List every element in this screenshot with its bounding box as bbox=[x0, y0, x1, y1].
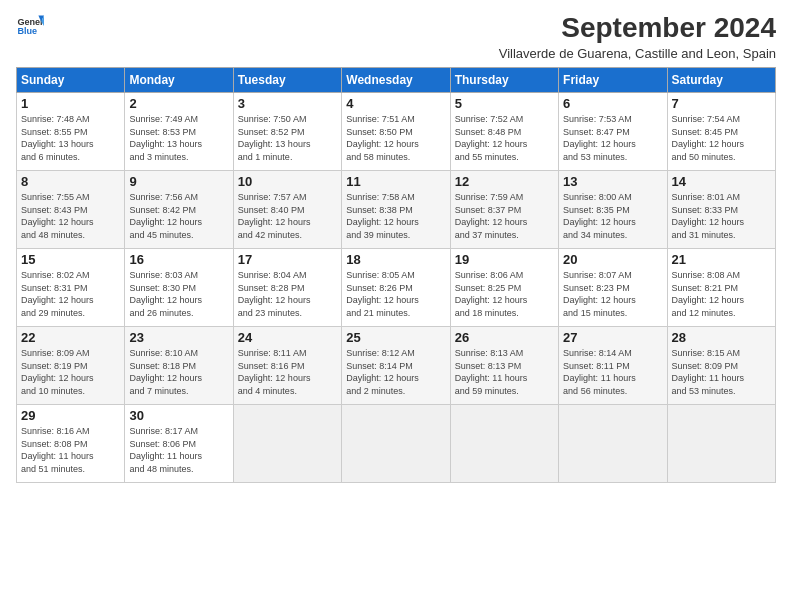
month-title: September 2024 bbox=[499, 12, 776, 44]
cell-info: Sunrise: 8:09 AMSunset: 8:19 PMDaylight:… bbox=[21, 348, 94, 396]
day-number: 30 bbox=[129, 408, 228, 423]
day-number: 13 bbox=[563, 174, 662, 189]
subtitle: Villaverde de Guarena, Castille and Leon… bbox=[499, 46, 776, 61]
table-row: 3 Sunrise: 7:50 AMSunset: 8:52 PMDayligh… bbox=[233, 93, 341, 171]
table-row: 27 Sunrise: 8:14 AMSunset: 8:11 PMDaylig… bbox=[559, 327, 667, 405]
table-row: 29 Sunrise: 8:16 AMSunset: 8:08 PMDaylig… bbox=[17, 405, 125, 483]
day-number: 23 bbox=[129, 330, 228, 345]
day-number: 24 bbox=[238, 330, 337, 345]
cell-info: Sunrise: 8:13 AMSunset: 8:13 PMDaylight:… bbox=[455, 348, 528, 396]
table-row: 16 Sunrise: 8:03 AMSunset: 8:30 PMDaylig… bbox=[125, 249, 233, 327]
calendar-week-5: 29 Sunrise: 8:16 AMSunset: 8:08 PMDaylig… bbox=[17, 405, 776, 483]
day-number: 19 bbox=[455, 252, 554, 267]
day-number: 16 bbox=[129, 252, 228, 267]
table-row: 4 Sunrise: 7:51 AMSunset: 8:50 PMDayligh… bbox=[342, 93, 450, 171]
logo-icon: General Blue bbox=[16, 12, 44, 40]
day-number: 14 bbox=[672, 174, 771, 189]
col-wednesday: Wednesday bbox=[342, 68, 450, 93]
cell-info: Sunrise: 8:11 AMSunset: 8:16 PMDaylight:… bbox=[238, 348, 311, 396]
cell-info: Sunrise: 8:15 AMSunset: 8:09 PMDaylight:… bbox=[672, 348, 745, 396]
svg-text:Blue: Blue bbox=[17, 26, 37, 36]
day-number: 18 bbox=[346, 252, 445, 267]
cell-info: Sunrise: 7:55 AMSunset: 8:43 PMDaylight:… bbox=[21, 192, 94, 240]
cell-info: Sunrise: 7:56 AMSunset: 8:42 PMDaylight:… bbox=[129, 192, 202, 240]
calendar-week-3: 15 Sunrise: 8:02 AMSunset: 8:31 PMDaylig… bbox=[17, 249, 776, 327]
table-row: 19 Sunrise: 8:06 AMSunset: 8:25 PMDaylig… bbox=[450, 249, 558, 327]
table-row: 5 Sunrise: 7:52 AMSunset: 8:48 PMDayligh… bbox=[450, 93, 558, 171]
day-number: 15 bbox=[21, 252, 120, 267]
day-number: 26 bbox=[455, 330, 554, 345]
page: General Blue September 2024 Villaverde d… bbox=[0, 0, 792, 612]
day-number: 29 bbox=[21, 408, 120, 423]
table-row: 14 Sunrise: 8:01 AMSunset: 8:33 PMDaylig… bbox=[667, 171, 775, 249]
table-row: 11 Sunrise: 7:58 AMSunset: 8:38 PMDaylig… bbox=[342, 171, 450, 249]
cell-info: Sunrise: 7:57 AMSunset: 8:40 PMDaylight:… bbox=[238, 192, 311, 240]
day-number: 20 bbox=[563, 252, 662, 267]
cell-info: Sunrise: 8:04 AMSunset: 8:28 PMDaylight:… bbox=[238, 270, 311, 318]
day-number: 7 bbox=[672, 96, 771, 111]
col-tuesday: Tuesday bbox=[233, 68, 341, 93]
header: General Blue September 2024 Villaverde d… bbox=[16, 12, 776, 61]
day-number: 27 bbox=[563, 330, 662, 345]
table-row: 9 Sunrise: 7:56 AMSunset: 8:42 PMDayligh… bbox=[125, 171, 233, 249]
table-row: 10 Sunrise: 7:57 AMSunset: 8:40 PMDaylig… bbox=[233, 171, 341, 249]
day-number: 17 bbox=[238, 252, 337, 267]
table-row: 21 Sunrise: 8:08 AMSunset: 8:21 PMDaylig… bbox=[667, 249, 775, 327]
logo: General Blue bbox=[16, 12, 44, 40]
title-block: September 2024 Villaverde de Guarena, Ca… bbox=[499, 12, 776, 61]
day-number: 11 bbox=[346, 174, 445, 189]
table-row bbox=[667, 405, 775, 483]
calendar-week-1: 1 Sunrise: 7:48 AMSunset: 8:55 PMDayligh… bbox=[17, 93, 776, 171]
table-row: 26 Sunrise: 8:13 AMSunset: 8:13 PMDaylig… bbox=[450, 327, 558, 405]
day-number: 6 bbox=[563, 96, 662, 111]
table-row bbox=[450, 405, 558, 483]
table-row: 23 Sunrise: 8:10 AMSunset: 8:18 PMDaylig… bbox=[125, 327, 233, 405]
table-row: 25 Sunrise: 8:12 AMSunset: 8:14 PMDaylig… bbox=[342, 327, 450, 405]
cell-info: Sunrise: 8:08 AMSunset: 8:21 PMDaylight:… bbox=[672, 270, 745, 318]
cell-info: Sunrise: 8:02 AMSunset: 8:31 PMDaylight:… bbox=[21, 270, 94, 318]
calendar-week-4: 22 Sunrise: 8:09 AMSunset: 8:19 PMDaylig… bbox=[17, 327, 776, 405]
cell-info: Sunrise: 7:52 AMSunset: 8:48 PMDaylight:… bbox=[455, 114, 528, 162]
col-sunday: Sunday bbox=[17, 68, 125, 93]
table-row: 8 Sunrise: 7:55 AMSunset: 8:43 PMDayligh… bbox=[17, 171, 125, 249]
table-row bbox=[559, 405, 667, 483]
table-row: 13 Sunrise: 8:00 AMSunset: 8:35 PMDaylig… bbox=[559, 171, 667, 249]
cell-info: Sunrise: 7:51 AMSunset: 8:50 PMDaylight:… bbox=[346, 114, 419, 162]
cell-info: Sunrise: 8:14 AMSunset: 8:11 PMDaylight:… bbox=[563, 348, 636, 396]
day-number: 1 bbox=[21, 96, 120, 111]
cell-info: Sunrise: 8:12 AMSunset: 8:14 PMDaylight:… bbox=[346, 348, 419, 396]
day-number: 5 bbox=[455, 96, 554, 111]
calendar: Sunday Monday Tuesday Wednesday Thursday… bbox=[16, 67, 776, 483]
day-number: 25 bbox=[346, 330, 445, 345]
col-monday: Monday bbox=[125, 68, 233, 93]
day-number: 12 bbox=[455, 174, 554, 189]
col-saturday: Saturday bbox=[667, 68, 775, 93]
table-row: 20 Sunrise: 8:07 AMSunset: 8:23 PMDaylig… bbox=[559, 249, 667, 327]
table-row: 2 Sunrise: 7:49 AMSunset: 8:53 PMDayligh… bbox=[125, 93, 233, 171]
table-row: 30 Sunrise: 8:17 AMSunset: 8:06 PMDaylig… bbox=[125, 405, 233, 483]
header-row: Sunday Monday Tuesday Wednesday Thursday… bbox=[17, 68, 776, 93]
day-number: 2 bbox=[129, 96, 228, 111]
table-row bbox=[233, 405, 341, 483]
day-number: 21 bbox=[672, 252, 771, 267]
cell-info: Sunrise: 8:03 AMSunset: 8:30 PMDaylight:… bbox=[129, 270, 202, 318]
table-row: 28 Sunrise: 8:15 AMSunset: 8:09 PMDaylig… bbox=[667, 327, 775, 405]
day-number: 3 bbox=[238, 96, 337, 111]
day-number: 28 bbox=[672, 330, 771, 345]
day-number: 9 bbox=[129, 174, 228, 189]
calendar-week-2: 8 Sunrise: 7:55 AMSunset: 8:43 PMDayligh… bbox=[17, 171, 776, 249]
table-row: 22 Sunrise: 8:09 AMSunset: 8:19 PMDaylig… bbox=[17, 327, 125, 405]
cell-info: Sunrise: 8:10 AMSunset: 8:18 PMDaylight:… bbox=[129, 348, 202, 396]
table-row: 1 Sunrise: 7:48 AMSunset: 8:55 PMDayligh… bbox=[17, 93, 125, 171]
day-number: 22 bbox=[21, 330, 120, 345]
cell-info: Sunrise: 8:01 AMSunset: 8:33 PMDaylight:… bbox=[672, 192, 745, 240]
cell-info: Sunrise: 7:50 AMSunset: 8:52 PMDaylight:… bbox=[238, 114, 311, 162]
table-row: 15 Sunrise: 8:02 AMSunset: 8:31 PMDaylig… bbox=[17, 249, 125, 327]
cell-info: Sunrise: 8:07 AMSunset: 8:23 PMDaylight:… bbox=[563, 270, 636, 318]
cell-info: Sunrise: 8:17 AMSunset: 8:06 PMDaylight:… bbox=[129, 426, 202, 474]
table-row: 6 Sunrise: 7:53 AMSunset: 8:47 PMDayligh… bbox=[559, 93, 667, 171]
table-row: 7 Sunrise: 7:54 AMSunset: 8:45 PMDayligh… bbox=[667, 93, 775, 171]
day-number: 4 bbox=[346, 96, 445, 111]
cell-info: Sunrise: 8:16 AMSunset: 8:08 PMDaylight:… bbox=[21, 426, 94, 474]
day-number: 10 bbox=[238, 174, 337, 189]
